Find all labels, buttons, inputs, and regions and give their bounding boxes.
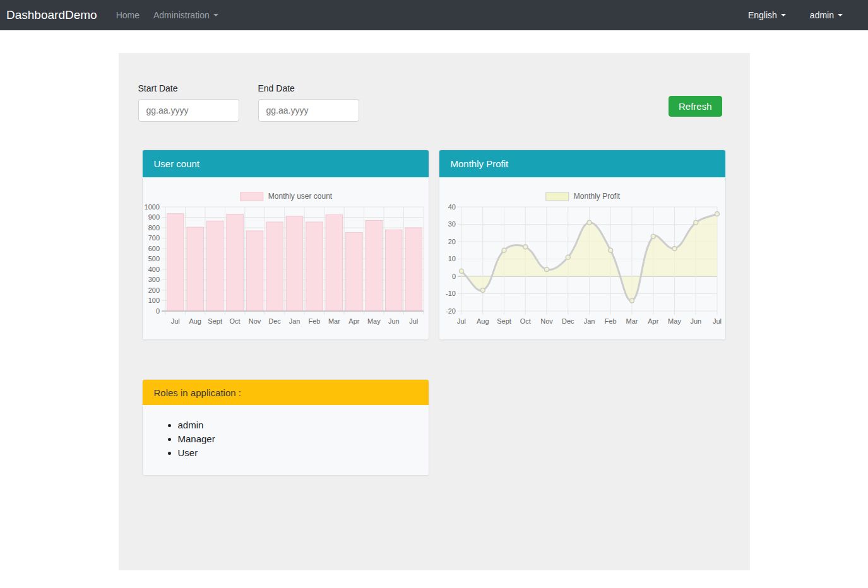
- svg-text:-20: -20: [446, 307, 456, 315]
- svg-text:800: 800: [148, 224, 159, 232]
- user-count-panel-header: User count: [143, 150, 429, 177]
- svg-text:200: 200: [148, 286, 159, 294]
- end-date-input[interactable]: [258, 99, 359, 122]
- roles-panel-header: Roles in application :: [143, 380, 429, 405]
- nav-item-administration-label: Administration: [153, 10, 210, 20]
- svg-text:Jun: Jun: [388, 317, 399, 325]
- filter-row: Start Date End Date Refresh: [119, 83, 750, 122]
- svg-text:40: 40: [448, 203, 455, 211]
- svg-text:Oct: Oct: [520, 317, 530, 325]
- svg-text:100: 100: [148, 297, 159, 304]
- svg-text:Nov: Nov: [540, 317, 553, 325]
- main-container: Start Date End Date Refresh User count 0…: [119, 53, 750, 570]
- user-count-panel-title: User count: [154, 158, 200, 169]
- start-date-label: Start Date: [138, 83, 239, 93]
- svg-text:Dec: Dec: [561, 317, 574, 325]
- start-date-input[interactable]: [138, 99, 239, 122]
- svg-text:Jul: Jul: [409, 317, 418, 325]
- roles-list-item: Manager: [178, 433, 429, 444]
- svg-text:Monthly user count: Monthly user count: [268, 192, 332, 201]
- language-dropdown-label: English: [748, 10, 777, 20]
- charts-row: User count 01002003004005006007008009001…: [142, 150, 726, 340]
- monthly-profit-line-chart: -20-10010203040JulAugSeptOctNovDecJanFeb…: [439, 177, 726, 339]
- roles-panel: Roles in application : admin Manager Use…: [142, 379, 429, 476]
- monthly-profit-panel: Monthly Profit -20-10010203040JulAugSept…: [439, 150, 726, 340]
- svg-text:Aug: Aug: [476, 317, 489, 325]
- nav-item-home[interactable]: Home: [111, 10, 145, 20]
- svg-text:Feb: Feb: [308, 317, 320, 325]
- monthly-profit-panel-header: Monthly Profit: [439, 150, 725, 177]
- svg-text:Oct: Oct: [229, 317, 240, 325]
- user-count-bar-chart: 01002003004005006007008009001000JulAugSe…: [143, 177, 429, 339]
- svg-text:Jan: Jan: [288, 317, 300, 325]
- svg-text:10: 10: [448, 255, 455, 262]
- svg-text:Sept: Sept: [208, 317, 222, 325]
- svg-text:Jul: Jul: [712, 317, 721, 325]
- user-dropdown-label: admin: [810, 10, 834, 20]
- caret-down-icon: [781, 14, 786, 16]
- svg-text:0: 0: [451, 273, 455, 280]
- user-count-panel-body: 01002003004005006007008009001000JulAugSe…: [143, 177, 429, 339]
- end-date-label: End Date: [258, 83, 359, 93]
- svg-text:Monthly Profit: Monthly Profit: [573, 192, 620, 201]
- monthly-profit-panel-title: Monthly Profit: [451, 158, 509, 169]
- svg-text:Mar: Mar: [328, 317, 340, 325]
- svg-text:600: 600: [148, 245, 159, 252]
- end-date-group: End Date: [258, 83, 359, 122]
- monthly-profit-panel-body: -20-10010203040JulAugSeptOctNovDecJanFeb…: [439, 177, 725, 339]
- svg-text:900: 900: [148, 213, 159, 221]
- nav-item-home-label: Home: [116, 10, 140, 20]
- language-dropdown[interactable]: English: [743, 10, 791, 20]
- svg-text:Sept: Sept: [497, 317, 511, 325]
- user-count-panel: User count 01002003004005006007008009001…: [142, 150, 429, 340]
- roles-list-item: User: [178, 447, 429, 458]
- svg-text:Apr: Apr: [648, 317, 658, 325]
- svg-text:Nov: Nov: [248, 317, 261, 325]
- svg-text:-10: -10: [446, 290, 456, 297]
- caret-down-icon: [838, 14, 843, 16]
- svg-text:20: 20: [448, 238, 455, 245]
- refresh-button[interactable]: Refresh: [669, 96, 722, 117]
- svg-text:Jan: Jan: [583, 317, 595, 325]
- navbar: DashboardDemo Home Administration Englis…: [0, 0, 868, 30]
- svg-text:0: 0: [155, 307, 159, 315]
- svg-text:500: 500: [148, 255, 159, 262]
- svg-text:1000: 1000: [144, 203, 159, 211]
- svg-text:Feb: Feb: [604, 317, 616, 325]
- svg-text:Aug: Aug: [189, 317, 201, 325]
- svg-text:400: 400: [148, 266, 159, 273]
- svg-text:Dec: Dec: [268, 317, 281, 325]
- roles-list: admin Manager User: [168, 420, 429, 458]
- svg-text:Apr: Apr: [348, 317, 359, 325]
- user-dropdown[interactable]: admin: [805, 10, 848, 20]
- start-date-group: Start Date: [138, 83, 239, 122]
- svg-text:May: May: [668, 317, 681, 325]
- roles-panel-body: admin Manager User: [143, 405, 429, 475]
- svg-text:700: 700: [148, 234, 159, 242]
- nav-item-administration[interactable]: Administration: [148, 10, 223, 20]
- brand-link[interactable]: DashboardDemo: [6, 8, 97, 22]
- caret-down-icon: [213, 14, 218, 16]
- svg-text:May: May: [367, 317, 380, 325]
- svg-text:30: 30: [448, 220, 455, 228]
- svg-text:300: 300: [148, 276, 159, 283]
- svg-text:Mar: Mar: [626, 317, 638, 325]
- roles-panel-title: Roles in application :: [154, 387, 241, 398]
- svg-text:Jul: Jul: [170, 317, 179, 325]
- svg-text:Jul: Jul: [456, 317, 465, 325]
- svg-text:Jun: Jun: [690, 317, 701, 325]
- roles-list-item: admin: [178, 420, 429, 430]
